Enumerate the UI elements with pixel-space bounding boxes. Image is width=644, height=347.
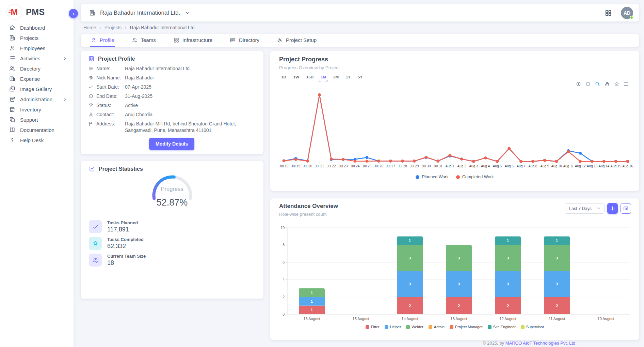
profile-field: Nick Name:Raja Bahadur bbox=[88, 75, 255, 81]
legend-item[interactable]: Supervisor bbox=[521, 325, 544, 329]
svg-text:Aug 3: Aug 3 bbox=[469, 164, 478, 168]
company-selector[interactable]: Raja Bahadur International Ltd. bbox=[89, 9, 190, 16]
sidebar-item-expense[interactable]: Expense bbox=[0, 74, 74, 84]
svg-text:Aug 11: Aug 11 bbox=[563, 164, 574, 168]
sidebar-item-label: Dashboard bbox=[20, 25, 45, 31]
svg-text:16 August: 16 August bbox=[304, 317, 320, 321]
tab-teams[interactable]: Teams bbox=[131, 34, 157, 47]
circledot-icon bbox=[88, 93, 94, 99]
svg-text:Aug 15: Aug 15 bbox=[610, 164, 621, 168]
legend-marker bbox=[450, 325, 453, 329]
table-view-button[interactable] bbox=[621, 203, 631, 214]
svg-text:3: 3 bbox=[556, 282, 558, 286]
legend-marker bbox=[521, 325, 525, 329]
line-chart-legend: Planned WorkCompleted Work bbox=[270, 175, 639, 179]
sidebar-item-administration[interactable]: Administration bbox=[0, 94, 74, 104]
stat-label: Current Team Size bbox=[107, 254, 146, 259]
tab-profile[interactable]: Profile bbox=[90, 34, 115, 47]
svg-text:Aug 10: Aug 10 bbox=[551, 164, 562, 168]
legend-item[interactable]: Welder bbox=[406, 325, 423, 329]
stat-value: 18 bbox=[107, 259, 146, 267]
bar-chart-view-button[interactable] bbox=[607, 203, 618, 214]
sidebar-item-image-gallary[interactable]: Image Gallary bbox=[0, 84, 74, 94]
field-label: Nick Name: bbox=[96, 75, 123, 81]
breadcrumb-item[interactable]: Projects bbox=[104, 25, 122, 30]
modify-details-button[interactable]: Modify Details bbox=[149, 138, 194, 150]
svg-text:6: 6 bbox=[283, 260, 285, 264]
tab-project-setup[interactable]: Project Setup bbox=[276, 34, 317, 47]
svg-text:3: 3 bbox=[409, 282, 411, 286]
chevron-down-icon bbox=[596, 206, 601, 211]
legend-item[interactable]: Completed Work bbox=[456, 175, 494, 179]
legend-item[interactable]: Admin bbox=[429, 325, 445, 329]
trophy-icon bbox=[88, 103, 94, 108]
sidebar-item-activities[interactable]: Activities bbox=[0, 53, 74, 63]
sidebar-item-label: Directory bbox=[20, 66, 41, 72]
project-profile-card: Project Profile Name:Raja Bahadur Intern… bbox=[81, 51, 263, 154]
footer-link[interactable]: MARCO AIoT Technologies Pvt. Ltd. bbox=[505, 341, 577, 346]
date-range-value: Last 7 Days bbox=[569, 206, 592, 211]
field-value: Raja Bahadur International Ltd. bbox=[125, 65, 255, 72]
svg-text:Jul 31: Jul 31 bbox=[433, 164, 442, 168]
flag-icon bbox=[88, 121, 94, 126]
check-icon bbox=[88, 84, 94, 90]
legend-marker bbox=[416, 175, 419, 179]
breadcrumb-item[interactable]: Home bbox=[83, 25, 96, 30]
legend-label: Supervisor bbox=[526, 325, 544, 329]
range-3m-button[interactable]: 3M bbox=[331, 74, 341, 80]
range-1w-button[interactable]: 1W bbox=[291, 74, 301, 80]
apps-grid-icon[interactable] bbox=[605, 9, 612, 17]
legend-marker bbox=[366, 325, 369, 329]
date-range-select[interactable]: Last 7 Days bbox=[565, 203, 605, 214]
svg-text:2: 2 bbox=[283, 295, 285, 299]
svg-text:Aug 7: Aug 7 bbox=[516, 164, 526, 168]
range-1y-button[interactable]: 1Y bbox=[344, 74, 353, 80]
legend-item[interactable]: Site Engineer bbox=[488, 325, 516, 329]
progress-gauge: Progress bbox=[147, 174, 198, 201]
sidebar-collapse-button[interactable]: ‹ bbox=[69, 9, 78, 18]
sidebar-item-projects[interactable]: Projects bbox=[0, 33, 74, 43]
avatar-initials: AD bbox=[624, 10, 630, 16]
sidebar-item-help-desk[interactable]: Help Desk bbox=[0, 135, 74, 145]
profile-field: Contact:Anuj Chordia bbox=[88, 111, 255, 118]
legend-item[interactable]: Project Manager bbox=[450, 325, 483, 329]
tab-directory[interactable]: Directory bbox=[229, 34, 260, 47]
field-label: Name: bbox=[96, 65, 123, 72]
legend-item[interactable]: Planned Work bbox=[416, 175, 448, 179]
svg-text:2: 2 bbox=[458, 304, 460, 308]
store-icon bbox=[9, 106, 16, 113]
legend-item[interactable]: Fitter bbox=[366, 325, 380, 329]
tab-infrastructure[interactable]: Infrastructure bbox=[173, 34, 213, 47]
svg-text:Jul 22: Jul 22 bbox=[327, 164, 336, 168]
legend-item[interactable]: Helper bbox=[385, 325, 401, 329]
range-5y-button[interactable]: 5Y bbox=[356, 74, 365, 80]
svg-text:2: 2 bbox=[409, 304, 411, 308]
sidebar-item-label: Expense bbox=[20, 76, 40, 82]
breadcrumb: Home›Projects›Raja Bahadur International… bbox=[83, 25, 196, 30]
sidebar-item-label: Projects bbox=[20, 35, 38, 41]
sidebar-item-label: Activities bbox=[20, 56, 40, 61]
sidebar-item-label: Help Desk bbox=[20, 137, 44, 143]
sidebar-item-label: Inventory bbox=[20, 107, 41, 112]
sidebar-item-support[interactable]: Support bbox=[0, 115, 74, 125]
svg-text:Aug 2: Aug 2 bbox=[457, 164, 466, 168]
range-1m-button[interactable]: 1M bbox=[319, 74, 328, 80]
svg-text:Jul 19: Jul 19 bbox=[291, 164, 300, 168]
sidebar-item-employees[interactable]: Employees bbox=[0, 43, 74, 53]
sidebar-item-directory[interactable]: Directory bbox=[0, 63, 74, 74]
image-icon bbox=[9, 86, 16, 92]
sidebar-item-dashboard[interactable]: Dashboard bbox=[0, 22, 74, 33]
svg-text:Jul 21: Jul 21 bbox=[315, 164, 324, 168]
svg-text:Jul 25: Jul 25 bbox=[362, 164, 371, 168]
svg-text:Aug 12: Aug 12 bbox=[575, 164, 586, 168]
sidebar-item-documentation[interactable]: Documentation bbox=[0, 125, 74, 135]
svg-text:13 August: 13 August bbox=[451, 317, 467, 321]
svg-text:Jul 18: Jul 18 bbox=[279, 164, 289, 168]
top-header: Raja Bahadur International Ltd. AD bbox=[81, 4, 639, 21]
help-icon bbox=[9, 137, 16, 144]
range-1d-button[interactable]: 1D bbox=[279, 74, 288, 80]
online-status-dot bbox=[630, 16, 633, 19]
avatar[interactable]: AD bbox=[621, 7, 633, 19]
sidebar-item-inventory[interactable]: Inventory bbox=[0, 104, 74, 115]
range-15d-button[interactable]: 15D bbox=[304, 74, 316, 80]
